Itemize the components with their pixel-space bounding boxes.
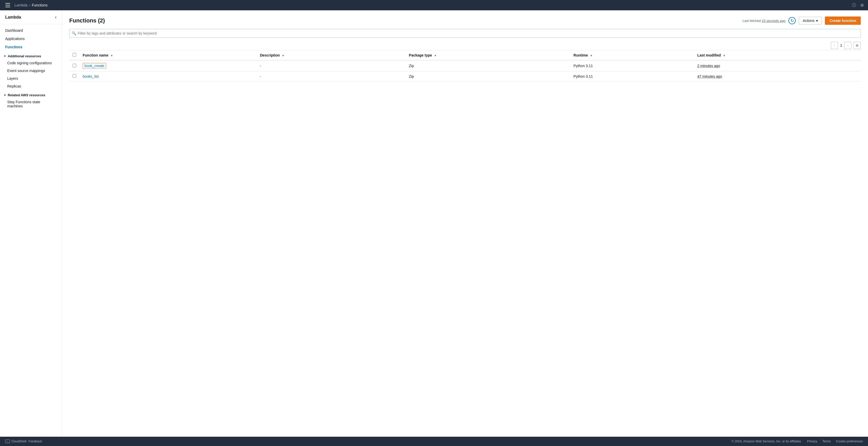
- col-description[interactable]: Description ▼: [257, 50, 406, 60]
- col-package-type[interactable]: Package type ▼: [406, 50, 570, 60]
- sort-description-icon: ▼: [282, 54, 284, 57]
- row-2-checkbox[interactable]: [72, 74, 76, 78]
- row-1-function-name: book_create: [80, 60, 257, 71]
- sidebar-item-dashboard[interactable]: Dashboard: [0, 26, 62, 35]
- main-layout: Lambda ‹ Dashboard Applications Function…: [0, 10, 868, 437]
- table-row: books_list - Zip Python 3.11 47 minutes …: [69, 71, 861, 81]
- col-last-modified[interactable]: Last modified ▼: [694, 50, 861, 60]
- last-fetched-text: Last fetched 10 seconds ago: [742, 19, 785, 23]
- actions-button[interactable]: Actions ▾: [799, 17, 822, 25]
- col-function-name[interactable]: Function name ▼: [80, 50, 257, 60]
- fetched-ago: 10 seconds ago: [762, 19, 785, 23]
- help-icon[interactable]: ⓘ: [852, 3, 856, 8]
- section-arrow-additional: ▼: [4, 55, 6, 58]
- sidebar-collapse-btn[interactable]: ‹: [55, 14, 57, 20]
- breadcrumb: Lambda › Functions: [14, 3, 48, 7]
- sidebar-item-replicas[interactable]: Replicas: [0, 82, 62, 90]
- search-input[interactable]: [69, 29, 861, 38]
- sidebar-section-related[interactable]: ▼ Related AWS resources: [0, 90, 62, 98]
- row-2-timestamp: 47 minutes ago: [697, 74, 722, 78]
- page-number: 1: [840, 43, 842, 47]
- actions-label: Actions: [803, 19, 814, 23]
- cloudshell-icon: >_: [5, 440, 10, 443]
- row-1-description: -: [257, 60, 406, 71]
- col-runtime[interactable]: Runtime ▼: [570, 50, 694, 60]
- sidebar-section-related-label: Related AWS resources: [8, 93, 45, 97]
- functions-table: Function name ▼ Description ▼ Package ty…: [69, 50, 861, 81]
- row-2-last-modified: 47 minutes ago: [694, 71, 861, 81]
- sidebar-title: Lambda: [5, 15, 21, 20]
- select-all-checkbox[interactable]: [72, 53, 76, 57]
- sidebar-item-code-signing[interactable]: Code signing configurations: [0, 59, 62, 67]
- search-icon: 🔍: [72, 31, 76, 35]
- pagination-next-button[interactable]: ›: [844, 42, 851, 49]
- settings-icon[interactable]: ⚙: [860, 3, 864, 8]
- row-2-function-name: books_list: [80, 71, 257, 81]
- actions-chevron-icon: ▾: [816, 19, 818, 23]
- row-2-function-link[interactable]: books_list: [83, 74, 99, 78]
- table-settings-button[interactable]: ⚙: [854, 42, 861, 49]
- cloudshell-button[interactable]: >_ CloudShell: [5, 440, 26, 443]
- page-header: Functions (2) Last fetched 10 seconds ag…: [69, 16, 861, 25]
- footer-left: >_ CloudShell Feedback: [5, 440, 42, 443]
- sidebar-item-applications[interactable]: Applications: [0, 35, 62, 43]
- cloudshell-label: CloudShell: [11, 440, 26, 443]
- breadcrumb-lambda[interactable]: Lambda: [14, 3, 28, 7]
- row-1-timestamp: 2 minutes ago: [697, 64, 720, 68]
- row-1-last-modified: 2 minutes ago: [694, 60, 861, 71]
- sidebar-item-functions[interactable]: Functions: [0, 43, 62, 51]
- sidebar-header: Lambda ‹: [0, 10, 62, 24]
- sort-runtime-icon: ▼: [590, 54, 593, 57]
- section-arrow-related: ▼: [4, 94, 6, 97]
- table-container: Function name ▼ Description ▼ Package ty…: [69, 50, 861, 81]
- row-1-checkbox[interactable]: [72, 64, 76, 67]
- sort-modified-icon: ▼: [723, 54, 725, 57]
- row-1-function-link[interactable]: book_create: [83, 63, 106, 69]
- footer-terms[interactable]: Terms: [822, 440, 831, 443]
- row-1-package-type: Zip: [406, 60, 570, 71]
- footer-copyright: © 2024, Amazon Web Services, Inc. or its…: [732, 440, 802, 443]
- sidebar-item-step-functions[interactable]: Step Functions state machines: [0, 98, 62, 110]
- row-2-description: -: [257, 71, 406, 81]
- page-header-right: Last fetched 10 seconds ago ↻ Actions ▾ …: [742, 16, 861, 25]
- select-all-header: [69, 50, 80, 60]
- table-header-row: Function name ▼ Description ▼ Package ty…: [69, 50, 861, 60]
- breadcrumb-separator: ›: [29, 3, 30, 7]
- sidebar-nav: Dashboard Applications Functions ▼ Addit…: [0, 24, 62, 112]
- page-title: Functions (2): [69, 17, 105, 24]
- content-area: Functions (2) Last fetched 10 seconds ag…: [62, 10, 868, 437]
- create-function-button[interactable]: Create function: [825, 16, 861, 25]
- breadcrumb-current: Functions: [32, 3, 48, 7]
- refresh-button[interactable]: ↻: [788, 17, 796, 24]
- feedback-link[interactable]: Feedback: [28, 440, 42, 443]
- sort-package-icon: ▼: [434, 54, 437, 57]
- footer-privacy[interactable]: Privacy: [807, 440, 817, 443]
- top-nav-right: ⓘ ⚙: [852, 3, 864, 8]
- row-1-runtime: Python 3.11: [570, 60, 694, 71]
- footer-cookies[interactable]: Cookie preferences: [836, 440, 863, 443]
- row-2-checkbox-cell: [69, 71, 80, 81]
- sidebar-item-event-source[interactable]: Event source mappings: [0, 67, 62, 75]
- row-2-package-type: Zip: [406, 71, 570, 81]
- hamburger-menu[interactable]: [4, 2, 11, 9]
- top-nav: Lambda › Functions ⓘ ⚙: [0, 0, 868, 10]
- sidebar-section-additional-label: Additional resources: [8, 54, 41, 58]
- footer-right: © 2024, Amazon Web Services, Inc. or its…: [732, 440, 863, 443]
- search-container: 🔍: [69, 29, 861, 38]
- pagination-prev-button[interactable]: ‹: [831, 42, 838, 49]
- footer: >_ CloudShell Feedback © 2024, Amazon We…: [0, 437, 868, 446]
- sidebar: Lambda ‹ Dashboard Applications Function…: [0, 10, 62, 437]
- sort-function-name-icon: ▼: [110, 54, 113, 57]
- table-toolbar: ‹ 1 › ⚙: [69, 42, 861, 49]
- sidebar-section-additional[interactable]: ▼ Additional resources: [0, 51, 62, 59]
- table-row: book_create - Zip Python 3.11 2 minutes …: [69, 60, 861, 71]
- row-2-runtime: Python 3.11: [570, 71, 694, 81]
- sidebar-item-layers[interactable]: Layers: [0, 75, 62, 82]
- row-1-checkbox-cell: [69, 60, 80, 71]
